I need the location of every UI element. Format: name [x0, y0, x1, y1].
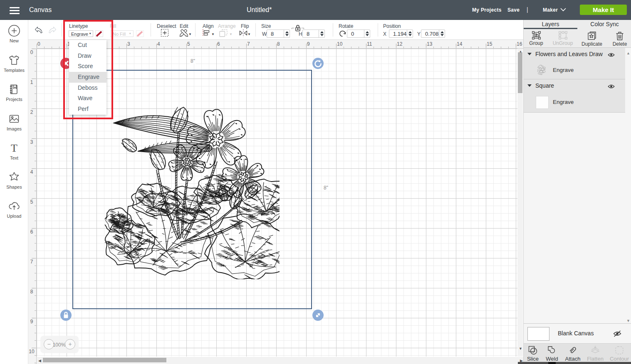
svg-text:T: T [11, 142, 17, 154]
